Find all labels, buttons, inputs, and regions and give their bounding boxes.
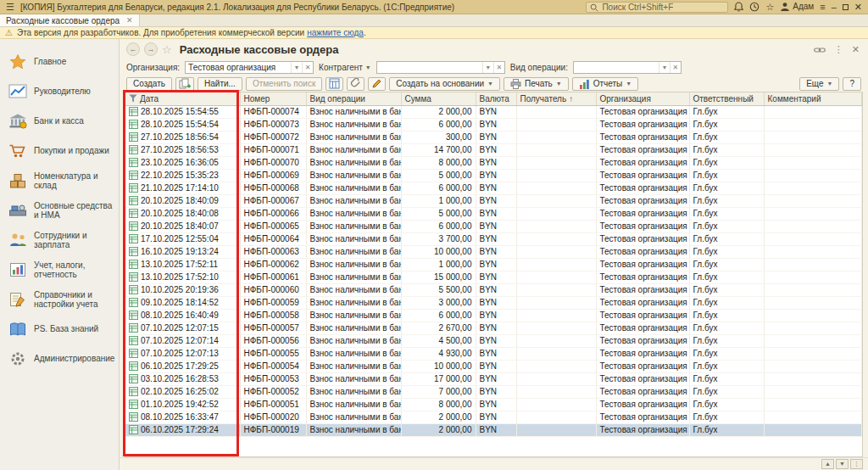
create-based-on-button[interactable]: Создать на основании▼ xyxy=(389,77,500,91)
counterparty-filter-label[interactable]: Контрагент ▼ xyxy=(319,63,371,72)
history-icon[interactable] xyxy=(749,2,760,12)
sidebar-item-rukovoditelju[interactable]: Руководителю xyxy=(0,76,119,106)
sidebar-item-glavnoe[interactable]: Главное xyxy=(0,47,119,76)
sidebar-item-label: Учет, налоги, отчетность xyxy=(34,260,115,279)
attachments-button[interactable] xyxy=(347,77,364,91)
operation-type-combo[interactable]: ▾ ✕ xyxy=(573,61,682,74)
purchase-link[interactable]: нажмите сюда xyxy=(307,28,364,37)
clear-icon[interactable]: ✕ xyxy=(493,62,504,73)
table-row[interactable]: 07.10.2025 12:07:15НФБП-000057Взнос нали… xyxy=(125,322,862,334)
tab-close-icon[interactable]: ✕ xyxy=(126,16,133,25)
cancel-search-button[interactable]: Отменить поиск xyxy=(246,77,322,91)
back-button[interactable]: ← xyxy=(126,42,140,56)
create-copy-button[interactable] xyxy=(175,77,194,91)
table-row[interactable]: 23.10.2025 16:36:05НФБП-000070Взнос нали… xyxy=(125,156,862,169)
clear-icon[interactable]: ✕ xyxy=(302,62,313,73)
table-row[interactable]: 06.10.2025 17:29:25НФБП-000054Взнос нали… xyxy=(125,360,862,372)
table-row[interactable]: 10.10.2025 20:19:36НФБП-000060Взнос нали… xyxy=(125,283,862,296)
edit-button[interactable] xyxy=(368,77,386,91)
forward-button[interactable]: → xyxy=(144,42,158,56)
tab-cash-orders[interactable]: Расходные кассовые ордера ✕ xyxy=(0,14,140,26)
user-menu[interactable]: Адам xyxy=(780,2,814,12)
column-header-1[interactable]: Дата xyxy=(125,92,240,105)
sidebar-item-bank[interactable]: Банк и касса xyxy=(0,106,119,136)
scroll-down-button[interactable]: ▼ xyxy=(836,459,849,469)
sidebar-item-nomenklatura[interactable]: Номенклатура и склад xyxy=(0,165,119,195)
more-button[interactable]: Еще▼ xyxy=(799,77,839,91)
favorites-star-icon[interactable]: ☆ xyxy=(765,3,774,12)
table-row[interactable]: 02.10.2025 16:25:02НФБП-000052Взнос нали… xyxy=(125,385,862,398)
restore-button[interactable] xyxy=(843,4,849,10)
table-row[interactable]: 07.10.2025 12:07:14НФБП-000056Взнос нали… xyxy=(125,334,862,347)
table-row[interactable]: 08.10.2025 16:40:49НФБП-000058Взнос нали… xyxy=(125,309,862,322)
table-row[interactable]: 27.10.2025 18:56:53НФБП-000071Взнос нали… xyxy=(125,143,862,156)
table-row[interactable]: 06.10.2025 17:29:24НФБП-000019Взнос нали… xyxy=(125,423,862,436)
table-row[interactable]: 22.10.2025 15:35:23НФБП-000069Взнос нали… xyxy=(125,169,862,182)
column-header-3[interactable]: Вид операции xyxy=(306,92,401,105)
table-row[interactable]: 27.10.2025 18:56:54НФБП-000072Взнос нали… xyxy=(125,131,862,143)
column-header-2[interactable]: Номер xyxy=(240,92,306,105)
scroll-up-button[interactable]: ▲ xyxy=(821,459,834,469)
help-button[interactable]: ? xyxy=(843,77,861,91)
table-row[interactable]: 28.10.2025 15:54:55НФБП-000074Взнос нали… xyxy=(125,105,862,118)
document-icon xyxy=(129,120,138,129)
table-row[interactable]: 21.10.2025 17:14:10НФБП-000068Взнос нали… xyxy=(125,182,862,194)
set-period-button[interactable] xyxy=(326,77,343,91)
dropdown-icon[interactable]: ▾ xyxy=(482,62,493,73)
find-button[interactable]: Найти... xyxy=(198,77,242,91)
table-row[interactable]: 03.10.2025 16:28:53НФБП-000053Взнос нали… xyxy=(125,372,862,385)
column-header-5[interactable]: Валюта xyxy=(476,92,516,105)
document-icon xyxy=(129,158,138,167)
global-search-box[interactable]: Поиск Ctrl+Shift+F xyxy=(586,2,728,13)
sidebar-item-os[interactable]: Основные средства и НМА xyxy=(0,195,119,225)
dropdown-icon[interactable]: ▾ xyxy=(659,62,670,73)
kebab-menu-icon[interactable]: ⋮ xyxy=(834,45,843,54)
sidebar-item-baza[interactable]: PS. База знаний xyxy=(0,314,119,344)
table-row[interactable]: 17.10.2025 12:55:04НФБП-000064Взнос нали… xyxy=(125,232,862,245)
table-row[interactable]: 01.10.2025 19:42:52НФБП-000051Взнос нали… xyxy=(125,398,862,411)
dropdown-icon[interactable]: ▾ xyxy=(291,62,302,73)
table-row[interactable]: 16.10.2025 19:13:24НФБП-000063Взнос нали… xyxy=(125,245,862,258)
hamburger-menu-icon[interactable]: ☰ xyxy=(6,2,14,13)
sidebar-item-spravochniki[interactable]: Справочники и настройки учета xyxy=(0,284,119,314)
table-row[interactable]: 28.10.2025 15:54:54НФБП-000073Взнос нали… xyxy=(125,118,862,131)
footer-menu-button[interactable]: ⋮ xyxy=(850,459,863,469)
table-row[interactable]: 20.10.2025 18:40:08НФБП-000066Взнос нали… xyxy=(125,207,862,220)
table-row[interactable]: 13.10.2025 17:52:10НФБП-000061Взнос нали… xyxy=(125,271,862,283)
sidebar-item-sotrudniki[interactable]: Сотрудники и зарплата xyxy=(0,225,119,255)
window-titlebar: ☰ [КОПИЯ] Бухгалтерия для Беларуси, реда… xyxy=(0,0,868,14)
chevron-down-icon: ▼ xyxy=(626,81,632,87)
favorite-star-icon[interactable]: ☆ xyxy=(162,43,172,56)
document-icon xyxy=(129,412,138,422)
sidebar-item-admin[interactable]: Администрирование xyxy=(0,344,119,373)
create-button[interactable]: Создать xyxy=(126,77,172,91)
table-row[interactable]: 07.10.2025 12:07:13НФБП-000055Взнос нали… xyxy=(125,347,862,360)
sidebar-item-label: Банк и касса xyxy=(34,116,84,126)
table-row[interactable]: 13.10.2025 17:52:11НФБП-000062Взнос нали… xyxy=(125,258,862,271)
set-period-icon xyxy=(329,78,340,89)
table-row[interactable]: 09.10.2025 18:14:52НФБП-000059Взнос нали… xyxy=(125,296,862,309)
notifications-bell-icon[interactable] xyxy=(734,2,743,12)
table-row[interactable]: 20.10.2025 18:40:09НФБП-000067Взнос нали… xyxy=(125,194,862,207)
column-header-4[interactable]: Сумма xyxy=(401,92,476,105)
pencil-icon xyxy=(371,78,382,89)
column-header-7[interactable]: Организация xyxy=(596,92,689,105)
column-header-9[interactable]: Комментарий xyxy=(764,92,862,105)
table-row[interactable]: 08.10.2025 16:33:47НФБП-000020Взнос нали… xyxy=(125,411,862,423)
close-button[interactable]: ✕ xyxy=(854,3,862,12)
table-row[interactable]: 20.10.2025 18:40:07НФБП-000065Взнос нали… xyxy=(125,220,862,232)
link-icon[interactable] xyxy=(814,44,826,53)
document-icon xyxy=(129,374,138,383)
service-menu-icon[interactable]: ≡ xyxy=(820,3,825,12)
reports-button[interactable]: Отчеты▼ xyxy=(572,77,639,91)
clear-icon[interactable]: ✕ xyxy=(670,62,681,73)
print-button[interactable]: Печать▼ xyxy=(504,77,569,91)
column-header-8[interactable]: Ответственный xyxy=(689,92,764,105)
form-close-icon[interactable]: ✕ xyxy=(852,45,860,54)
sidebar-item-uchet[interactable]: Учет, налоги, отчетность xyxy=(0,255,119,284)
minimize-button[interactable]: – xyxy=(832,3,837,12)
column-header-6[interactable]: Получатель↑ xyxy=(516,92,596,105)
sidebar-item-pokupki[interactable]: Покупки и продажи xyxy=(0,136,119,165)
counterparty-combo[interactable]: ▾ ✕ xyxy=(376,61,505,74)
organization-combo[interactable]: Тестовая организация ▾ ✕ xyxy=(185,61,314,74)
